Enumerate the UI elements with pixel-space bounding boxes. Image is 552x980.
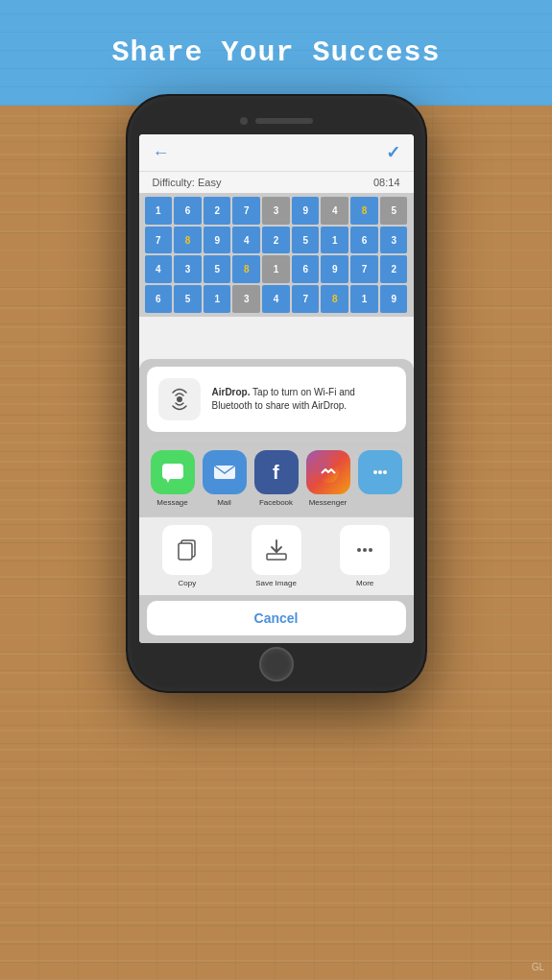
cell-r4c9: 9 (380, 285, 408, 313)
top-banner: Share Your Success (0, 0, 552, 106)
svg-point-7 (378, 470, 382, 474)
cell-r4c8: 1 (350, 285, 378, 313)
cell-r1c2: 6 (174, 197, 202, 225)
app-messenger[interactable]: Messenger (302, 450, 354, 507)
banner-title: Share Your Success (111, 36, 440, 69)
cell-r2c9: 3 (380, 227, 408, 254)
cell-r1c7: 4 (321, 197, 348, 225)
action-save[interactable]: Save Image (235, 525, 317, 587)
cell-r2c4: 4 (232, 227, 260, 254)
cell-r3c7: 9 (321, 255, 348, 283)
difficulty-bar: Difficulty: Easy 08:14 (139, 172, 414, 193)
messages-icon (151, 450, 195, 494)
cell-r1c5: 3 (262, 197, 290, 225)
more-label: More (356, 579, 373, 587)
cell-r1c1: 1 (145, 197, 173, 225)
app-messages[interactable]: Message (147, 450, 199, 507)
actions-row: Copy Save Image (139, 517, 414, 595)
save-icon-box (252, 525, 301, 575)
phone-screen: ← ✓ Difficulty: Easy 08:14 1 6 2 7 3 9 (139, 134, 414, 643)
cell-r1c6: 9 (292, 197, 320, 225)
cell-r1c8: 8 (350, 197, 378, 225)
copy-icon-box (162, 525, 212, 575)
svg-marker-2 (166, 479, 170, 483)
share-sheet: AirDrop. Tap to turn on Wi-Fi and Blueto… (139, 359, 414, 643)
cell-r3c6: 6 (292, 255, 320, 283)
apps-row: Message Mail (139, 441, 414, 516)
phone-speaker (255, 118, 313, 124)
more-apps-icon (358, 450, 402, 494)
cell-r3c9: 2 (380, 255, 408, 283)
cell-r3c3: 5 (204, 255, 231, 283)
check-button[interactable]: ✓ (386, 142, 400, 163)
cell-r4c6: 7 (292, 285, 320, 313)
cell-r2c3: 9 (204, 227, 231, 254)
cell-r2c2: 8 (174, 227, 202, 254)
cell-r2c7: 1 (321, 227, 348, 254)
cell-r4c5: 4 (262, 285, 290, 313)
cell-r4c4: 3 (232, 285, 260, 313)
app-mail[interactable]: Mail (199, 450, 251, 507)
cell-r3c4: 8 (232, 255, 260, 283)
cell-r1c3: 2 (204, 197, 231, 225)
difficulty-label: Difficulty: Easy (153, 177, 222, 188)
cell-r4c3: 1 (204, 285, 231, 313)
airdrop-title: AirDrop. (212, 387, 251, 397)
cell-r3c1: 4 (145, 255, 173, 283)
copy-label: Copy (178, 579, 196, 587)
cell-r2c8: 6 (350, 227, 378, 254)
svg-point-12 (357, 548, 361, 552)
app-more-apps[interactable] (354, 450, 406, 507)
svg-point-13 (363, 548, 367, 552)
app-facebook[interactable]: f Facebook (251, 450, 302, 507)
cell-r2c1: 7 (145, 227, 173, 254)
svg-rect-1 (162, 464, 183, 479)
screen-header: ← ✓ (139, 134, 414, 172)
cell-r4c7: 8 (321, 285, 348, 313)
cell-r4c1: 6 (145, 285, 173, 313)
svg-rect-10 (179, 543, 192, 560)
phone-camera (240, 117, 248, 125)
svg-rect-11 (267, 554, 286, 560)
sudoku-grid: 1 6 2 7 3 9 4 8 5 7 8 9 4 2 5 1 (139, 193, 414, 317)
phone-mockup: ← ✓ Difficulty: Easy 08:14 1 6 2 7 3 9 (128, 96, 425, 691)
cell-r3c2: 3 (174, 255, 202, 283)
cell-r2c6: 5 (292, 227, 320, 254)
cell-r1c9: 5 (380, 197, 408, 225)
svg-point-8 (383, 470, 387, 474)
action-copy[interactable]: Copy (147, 525, 228, 587)
more-icon-box (340, 525, 390, 575)
home-button[interactable] (259, 647, 294, 681)
mail-icon (203, 450, 247, 494)
phone-notch (139, 108, 414, 134)
svg-text:f: f (273, 462, 279, 483)
phone-body: ← ✓ Difficulty: Easy 08:14 1 6 2 7 3 9 (128, 96, 425, 691)
timer-label: 08:14 (373, 177, 400, 188)
messenger-label: Messenger (309, 498, 348, 507)
cell-r4c2: 5 (174, 285, 202, 313)
save-image-label: Save Image (255, 579, 297, 587)
cell-r1c4: 7 (232, 197, 260, 225)
airdrop-text: AirDrop. Tap to turn on Wi-Fi and Blueto… (212, 386, 395, 413)
mail-label: Mail (217, 498, 231, 507)
messenger-icon (306, 450, 350, 494)
cancel-button[interactable]: Cancel (147, 601, 406, 635)
cell-r3c8: 7 (350, 255, 378, 283)
svg-point-0 (177, 396, 182, 402)
action-more[interactable]: More (324, 525, 406, 587)
airdrop-icon (158, 378, 201, 420)
background: Share Your Success ← ✓ Difficulty: Easy … (0, 0, 552, 980)
svg-point-14 (369, 548, 372, 552)
phone-bottom (139, 643, 414, 685)
back-button[interactable]: ← (153, 143, 170, 163)
messages-label: Message (156, 498, 187, 507)
cell-r2c5: 2 (262, 227, 290, 254)
facebook-label: Facebook (259, 498, 293, 507)
airdrop-section[interactable]: AirDrop. Tap to turn on Wi-Fi and Blueto… (147, 367, 406, 432)
svg-point-6 (373, 470, 377, 474)
cell-r3c5: 1 (262, 255, 290, 283)
watermark: GL (532, 962, 544, 972)
facebook-icon: f (254, 450, 299, 494)
